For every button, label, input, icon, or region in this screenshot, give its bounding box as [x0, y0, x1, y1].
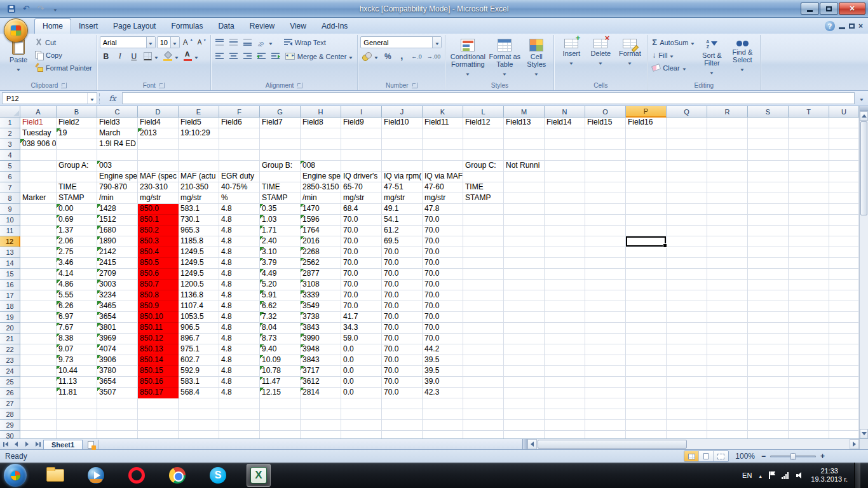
cell-N25[interactable]: [545, 377, 585, 388]
format-painter-button[interactable]: Format Painter: [33, 62, 94, 74]
cell-C6[interactable]: Engine spe: [97, 172, 138, 182]
language-indicator[interactable]: EN: [742, 471, 752, 479]
zoom-out-button[interactable]: [760, 452, 767, 461]
cell-F9[interactable]: 4.8: [219, 204, 260, 215]
cell-A13[interactable]: [20, 247, 57, 258]
cell-E8[interactable]: mg/str: [179, 193, 219, 204]
cell-A9[interactable]: [20, 204, 57, 215]
cell-R1[interactable]: [707, 118, 748, 128]
cell-E19[interactable]: 1053.5: [179, 312, 219, 323]
cell-H1[interactable]: Field8: [301, 118, 341, 128]
cell-O17[interactable]: [585, 290, 626, 301]
font-size-combo[interactable]: 10: [157, 36, 180, 48]
cell-M1[interactable]: Field13: [504, 118, 545, 128]
delete-cells-button[interactable]: Delete: [586, 36, 615, 81]
next-sheet-button[interactable]: [22, 439, 32, 449]
cell-P12[interactable]: [626, 236, 667, 247]
cell-A3[interactable]: 038 906 01: [20, 139, 57, 150]
cell-I14[interactable]: 70.0: [341, 258, 382, 269]
cell-Q23[interactable]: [667, 355, 707, 366]
cell-Q12[interactable]: [667, 236, 707, 247]
italic-button[interactable]: [114, 50, 126, 62]
cell-N14[interactable]: [545, 258, 585, 269]
taskbar-media-player-button[interactable]: [84, 464, 108, 487]
cell-M30[interactable]: [504, 431, 545, 438]
cell-T30[interactable]: [789, 431, 829, 438]
cell-N24[interactable]: [545, 366, 585, 377]
cell-R26[interactable]: [707, 388, 748, 398]
orientation-button[interactable]: [255, 36, 275, 48]
page-break-view-button[interactable]: [714, 451, 728, 461]
insert-worksheet-button[interactable]: [83, 440, 99, 449]
cell-Q18[interactable]: [667, 301, 707, 312]
conditional-formatting-button[interactable]: Conditional Formatting: [448, 36, 487, 81]
cell-H10[interactable]: 1596: [301, 215, 341, 226]
increase-indent-button[interactable]: [269, 50, 282, 62]
cell-I23[interactable]: 0.0: [341, 355, 382, 366]
column-header-C[interactable]: C: [97, 106, 138, 118]
cell-I21[interactable]: 59.0: [341, 334, 382, 344]
cell-O11[interactable]: [585, 226, 626, 236]
cell-I16[interactable]: 70.0: [341, 280, 382, 290]
cell-K13[interactable]: 70.0: [423, 247, 463, 258]
cell-E23[interactable]: 602.7: [179, 355, 219, 366]
cell-F14[interactable]: 4.8: [219, 258, 260, 269]
cell-Q11[interactable]: [667, 226, 707, 236]
cell-I12[interactable]: 70.0: [341, 236, 382, 247]
cell-H5[interactable]: 008: [301, 161, 341, 172]
cell-I30[interactable]: [341, 431, 382, 438]
cell-K28[interactable]: [423, 409, 463, 420]
cell-U20[interactable]: [829, 323, 859, 334]
cell-I3[interactable]: [341, 139, 382, 150]
cell-F4[interactable]: [219, 150, 260, 161]
cell-D18[interactable]: 850.9: [138, 301, 179, 312]
cell-E10[interactable]: 730.1: [179, 215, 219, 226]
fill-button[interactable]: Fill: [650, 49, 696, 61]
comma-style-button[interactable]: [395, 50, 408, 62]
select-all-button[interactable]: [0, 106, 20, 118]
row-header-22[interactable]: 22: [0, 344, 20, 355]
sheet-tab-sheet1[interactable]: Sheet1: [43, 440, 83, 449]
cell-E30[interactable]: [179, 431, 219, 438]
cell-D4[interactable]: [138, 150, 179, 161]
cell-B18[interactable]: 6.26: [57, 301, 97, 312]
cell-J6[interactable]: IQ via rpm(: [382, 172, 423, 182]
cell-G15[interactable]: 4.49: [260, 269, 301, 280]
cell-J19[interactable]: 70.0: [382, 312, 423, 323]
cell-F15[interactable]: 4.8: [219, 269, 260, 280]
row-header-23[interactable]: 23: [0, 355, 20, 366]
cell-H14[interactable]: 2562: [301, 258, 341, 269]
cell-M24[interactable]: [504, 366, 545, 377]
cell-T23[interactable]: [789, 355, 829, 366]
cell-M13[interactable]: [504, 247, 545, 258]
cell-J26[interactable]: 70.0: [382, 388, 423, 398]
cell-S30[interactable]: [748, 431, 789, 438]
cell-B17[interactable]: 5.55: [57, 290, 97, 301]
cell-U17[interactable]: [829, 290, 859, 301]
cell-B24[interactable]: 10.44: [57, 366, 97, 377]
cell-S19[interactable]: [748, 312, 789, 323]
cell-B10[interactable]: 0.69: [57, 215, 97, 226]
cell-I5[interactable]: [341, 161, 382, 172]
cell-P16[interactable]: [626, 280, 667, 290]
cell-P26[interactable]: [626, 388, 667, 398]
percent-style-button[interactable]: [381, 50, 394, 62]
cell-D20[interactable]: 850.11: [138, 323, 179, 334]
cell-U1[interactable]: [829, 118, 859, 128]
cell-A1[interactable]: Field1: [20, 118, 57, 128]
cell-N29[interactable]: [545, 420, 585, 431]
cell-M7[interactable]: [504, 182, 545, 193]
cell-J21[interactable]: 70.0: [382, 334, 423, 344]
cell-K18[interactable]: 70.0: [423, 301, 463, 312]
cell-F11[interactable]: 4.8: [219, 226, 260, 236]
tab-split-handle[interactable]: [522, 439, 527, 449]
cell-H25[interactable]: 3612: [301, 377, 341, 388]
last-sheet-button[interactable]: [32, 439, 43, 449]
cell-U28[interactable]: [829, 409, 859, 420]
cell-E6[interactable]: MAF (actu: [179, 172, 219, 182]
cell-A15[interactable]: [20, 269, 57, 280]
cell-O22[interactable]: [585, 344, 626, 355]
cell-K8[interactable]: mg/str: [423, 193, 463, 204]
cell-E18[interactable]: 1107.4: [179, 301, 219, 312]
cell-D3[interactable]: [138, 139, 179, 150]
